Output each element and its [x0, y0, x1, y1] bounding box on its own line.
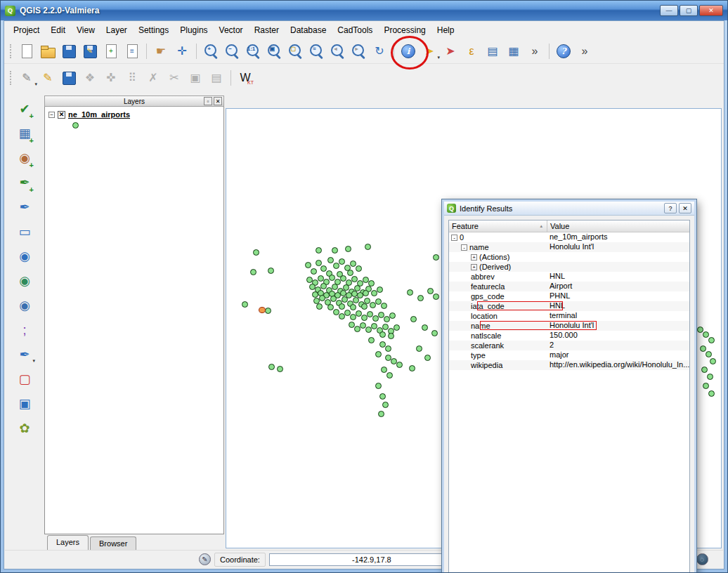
wkt-tool-icon[interactable]: WKT: [236, 69, 254, 87]
select-rect-blue-icon[interactable]: ▣: [15, 395, 34, 413]
airport-dot[interactable]: [305, 262, 311, 268]
identify-row[interactable]: gps_codePHNL: [449, 291, 689, 301]
expand-icon[interactable]: +: [471, 254, 477, 261]
red-rect-tool-icon[interactable]: ▢: [15, 370, 34, 388]
toolbar-grip[interactable]: [10, 71, 13, 85]
airport-dot[interactable]: [379, 331, 386, 338]
airport-dot[interactable]: [378, 411, 384, 417]
airport-dot[interactable]: [316, 247, 322, 253]
column-feature[interactable]: Feature ▴: [449, 220, 547, 232]
identify-row[interactable]: typemajor: [449, 350, 689, 360]
touch-zoom-pan-icon[interactable]: ☛: [152, 42, 170, 60]
help-icon[interactable]: ?: [554, 42, 573, 60]
menu-project[interactable]: Project: [8, 22, 44, 38]
delete-selected-icon[interactable]: ✗: [144, 69, 162, 87]
identify-row[interactable]: scalerank2: [449, 341, 689, 350]
airport-dot[interactable]: [394, 324, 400, 331]
airport-dot[interactable]: [424, 355, 431, 361]
collapse-icon[interactable]: −: [48, 112, 55, 118]
airport-dot[interactable]: [703, 383, 709, 389]
zoom-full-icon[interactable]: ▣: [265, 42, 283, 60]
airport-dot[interactable]: [375, 383, 382, 389]
airport-dot[interactable]: [327, 304, 334, 310]
cad-feather-green-icon[interactable]: ✒+: [15, 173, 34, 192]
menu-cadtools[interactable]: CadTools: [332, 22, 377, 38]
airport-dot[interactable]: [700, 345, 706, 352]
flower-tool-icon[interactable]: ✿: [15, 419, 34, 437]
airport-dot[interactable]: [433, 254, 439, 261]
cad-feather-blue-icon[interactable]: ✒: [15, 198, 34, 216]
airport-dot[interactable]: [320, 265, 327, 272]
save-project-as-icon[interactable]: ✎: [81, 42, 99, 60]
airport-dot[interactable]: [697, 327, 703, 333]
identify-row[interactable]: -nameHonolulu Int'l: [449, 242, 689, 252]
deselect-features-icon[interactable]: ➤: [441, 42, 460, 60]
airport-dot[interactable]: [431, 330, 438, 336]
airport-dot[interactable]: [389, 312, 396, 319]
airport-dot[interactable]: [277, 366, 283, 372]
feather-dropdown-icon[interactable]: ✒▾: [15, 345, 34, 364]
identify-row[interactable]: wikipediahttp://en.wikipedia.org/wiki/Ho…: [449, 360, 689, 370]
zoom-native-icon[interactable]: 1:1: [244, 42, 262, 60]
collapse-icon[interactable]: -: [461, 244, 467, 251]
cad-pin-tool-icon[interactable]: ◉+: [15, 149, 34, 167]
menu-plugins[interactable]: Plugins: [175, 22, 212, 38]
airport-dot[interactable]: [706, 351, 712, 357]
airport-dot[interactable]: [410, 316, 417, 322]
airport-dot[interactable]: [356, 265, 362, 272]
dialog-help-button[interactable]: ?: [664, 203, 677, 213]
panel-close-icon[interactable]: ✕: [214, 97, 222, 105]
toolbar-overflow-2-icon[interactable]: »: [576, 42, 594, 60]
menu-help[interactable]: Help: [432, 22, 460, 38]
identified-airport-dot[interactable]: [259, 307, 266, 313]
airport-dot[interactable]: [311, 268, 317, 275]
open-project-icon[interactable]: [39, 42, 57, 60]
airport-dot[interactable]: [333, 263, 339, 269]
cad-shape-tool-icon[interactable]: ▭: [15, 223, 34, 241]
zoom-to-layer-icon[interactable]: ≈: [307, 42, 325, 60]
identify-row[interactable]: natlscale150.000: [449, 331, 689, 341]
airport-dot[interactable]: [422, 324, 428, 331]
copy-features-icon[interactable]: ▣: [186, 69, 204, 87]
airport-dot[interactable]: [350, 304, 356, 310]
menu-layer[interactable]: Layer: [101, 22, 132, 38]
save-layer-edits-icon[interactable]: [60, 69, 78, 87]
menu-raster[interactable]: Raster: [249, 22, 284, 38]
menu-settings[interactable]: Settings: [134, 22, 174, 38]
layer-name[interactable]: ne_10m_airports: [68, 110, 130, 119]
airport-dot[interactable]: [347, 270, 353, 276]
identify-row[interactable]: locationterminal: [449, 311, 689, 321]
menu-vector[interactable]: Vector: [214, 22, 248, 38]
new-composer-icon[interactable]: +: [102, 42, 120, 60]
globe-green-icon[interactable]: ◉: [15, 272, 34, 290]
airport-dot[interactable]: [339, 303, 345, 310]
airport-dot[interactable]: [381, 367, 387, 373]
minimize-button[interactable]: —: [660, 5, 678, 16]
airport-dot[interactable]: [316, 260, 322, 266]
dialog-title-bar[interactable]: Q Identify Results ?✕: [444, 202, 694, 216]
refresh-icon[interactable]: ↻: [370, 42, 389, 60]
airport-dot[interactable]: [327, 257, 334, 263]
airport-dot[interactable]: [363, 290, 369, 296]
airport-dot[interactable]: [703, 331, 709, 338]
airport-dot[interactable]: [361, 303, 368, 310]
airport-dot[interactable]: [381, 303, 387, 309]
zoom-out-icon[interactable]: −: [223, 42, 241, 60]
tab-layers[interactable]: Layers: [47, 535, 89, 550]
maximize-button[interactable]: ▢: [680, 5, 698, 16]
airport-dot[interactable]: [396, 362, 403, 368]
airport-dot[interactable]: [427, 288, 434, 294]
globe-blue-icon[interactable]: ◉: [15, 296, 34, 315]
attribute-table-icon[interactable]: ▤: [483, 42, 502, 60]
airport-dot[interactable]: [416, 345, 422, 352]
menu-edit[interactable]: Edit: [46, 22, 70, 38]
airport-dot[interactable]: [417, 295, 424, 301]
identify-row[interactable]: +(Actions): [449, 252, 689, 262]
identify-row[interactable]: abbrevHNL: [449, 272, 689, 282]
airport-dot[interactable]: [250, 269, 256, 275]
menu-view[interactable]: View: [72, 22, 100, 38]
airport-dot[interactable]: [379, 393, 386, 400]
layer-item[interactable]: − ✕ ne_10m_airports: [47, 109, 221, 120]
airport-dot[interactable]: [386, 372, 393, 378]
menu-processing[interactable]: Processing: [379, 22, 430, 38]
